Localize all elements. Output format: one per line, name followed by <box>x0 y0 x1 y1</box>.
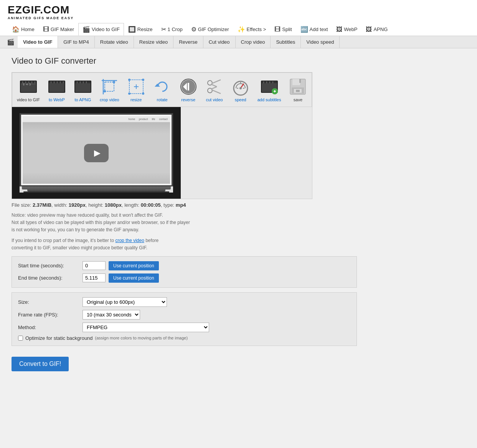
nav-effects[interactable]: ✨ Effects > <box>233 23 271 36</box>
time-form-section: Start time (seconds): Use current positi… <box>12 256 357 288</box>
nav-home[interactable]: 🏠 Home <box>8 23 39 36</box>
nav-video-to-gif[interactable]: 🎬 Video to GIF <box>78 23 124 36</box>
tool-video-to-gif-label: video to GIF <box>17 97 40 102</box>
nav-add-text[interactable]: 🔤 Add text <box>296 23 332 36</box>
svg-rect-70 <box>292 79 300 85</box>
tool-rotate-label: rotate <box>157 97 168 102</box>
tool-save-label: save <box>294 97 302 102</box>
svg-rect-46 <box>188 83 189 91</box>
subnav-rotate-video[interactable]: Rotate video <box>95 36 134 48</box>
nav-resize-label: Resize <box>137 26 153 32</box>
tool-cut-video-label: cut video <box>206 97 223 102</box>
nav-apng[interactable]: 🖼 APNG <box>361 23 392 36</box>
resize-nav-icon: 🔲 <box>128 26 136 33</box>
nav-resize[interactable]: 🔲 Resize <box>124 23 157 36</box>
tool-speed-icon <box>231 77 250 96</box>
svg-rect-11 <box>35 81 35 83</box>
tool-to-apng-label: to APNG <box>75 97 91 102</box>
svg-rect-26 <box>86 81 87 83</box>
notice-line1: Notice: video preview may have reduced q… <box>12 212 357 219</box>
convert-button[interactable]: Convert to GIF! <box>12 357 69 371</box>
laptop-screen-content: home product life contact <box>21 115 172 185</box>
effects-icon: ✨ <box>238 26 245 33</box>
tool-add-subtitles-label: add subtitles <box>257 97 281 102</box>
tool-reverse[interactable]: reverse <box>176 76 201 104</box>
nav-gif-maker[interactable]: 🎞 GIF Maker <box>39 23 78 36</box>
split-icon: 🎞 <box>274 26 281 33</box>
nav-gif-optimizer[interactable]: ⚙ GIF Optimizer <box>187 23 233 36</box>
header: EZGIF.COM ANIMATED GIFS MADE EASY 🏠 Home… <box>0 0 477 36</box>
subnav-resize-video[interactable]: Resize video <box>134 36 173 48</box>
tool-resize-label: resize <box>130 97 142 102</box>
nav-apng-label: APNG <box>373 26 388 32</box>
page-title: Video to GIF converter <box>12 56 357 66</box>
tool-crop-video-label: crop video <box>100 97 119 102</box>
video-to-gif-icon: 🎬 <box>83 26 90 33</box>
svg-point-31 <box>104 90 106 92</box>
tool-speed-label: speed <box>235 97 246 102</box>
nav-webp[interactable]: 🖼 WebP <box>332 23 361 36</box>
optimize-checkbox[interactable] <box>18 336 23 341</box>
nav-split-label: Split <box>282 26 292 32</box>
tool-cut-video[interactable]: cut video <box>202 76 227 104</box>
svg-rect-64 <box>269 81 270 83</box>
gif-optimizer-icon: ⚙ <box>191 26 196 33</box>
screen-nav-links: home product life contact <box>129 118 168 120</box>
subnav-crop-video[interactable]: Crop video <box>236 36 271 48</box>
nav-video-to-gif-label: Video to GIF <box>92 26 120 32</box>
subnav-video-speed[interactable]: Video speed <box>301 36 340 48</box>
tool-video-to-gif[interactable]: 2 4 3 video to GIF <box>14 76 43 104</box>
tool-to-apng[interactable]: to APNG <box>71 76 95 104</box>
svg-rect-62 <box>263 81 264 83</box>
svg-rect-63 <box>266 81 267 83</box>
notice-line5: converting it to GIF, smaller video migh… <box>12 244 357 252</box>
tool-crop-video[interactable]: crop video <box>97 76 122 104</box>
svg-point-36 <box>142 79 144 81</box>
end-time-label: End time (seconds): <box>18 275 79 281</box>
file-type: mp4 <box>176 202 186 208</box>
start-time-label: Start time (seconds): <box>18 263 79 268</box>
end-use-current-btn[interactable]: Use current position <box>109 273 159 283</box>
svg-rect-18 <box>60 81 61 83</box>
size-select[interactable]: Original (up to 600px) 320px 480px 640px… <box>83 297 167 307</box>
optimize-label[interactable]: Optimize for static background <box>25 335 93 341</box>
tool-rotate-icon <box>153 77 172 96</box>
method-select[interactable]: FFMPEG ImageMagick <box>83 323 209 332</box>
laptop-hinge <box>22 186 171 189</box>
webp-icon: 🖼 <box>336 26 342 33</box>
nav-crop[interactable]: ✂ 1 Crop <box>157 23 187 36</box>
subnav-subtitles[interactable]: Subtitles <box>271 36 301 48</box>
tool-add-subtitles[interactable]: add subtitles <box>254 76 284 104</box>
tool-reverse-icon <box>179 77 198 96</box>
subnav-reverse[interactable]: Reverse <box>173 36 203 48</box>
nav-home-label: Home <box>21 26 35 32</box>
end-time-input[interactable] <box>83 273 106 282</box>
crop-video-link[interactable]: crop the video <box>115 238 144 243</box>
screen-navbar: home product life contact <box>23 116 170 122</box>
tool-rotate[interactable]: rotate <box>150 76 175 104</box>
tool-speed[interactable]: speed <box>228 76 253 104</box>
svg-rect-24 <box>80 81 81 83</box>
fps-select[interactable]: 10 (max 30 seconds) 15 20 25 30 <box>83 310 140 320</box>
video-player-container: home product life contact <box>12 107 181 199</box>
main-content: Video to GIF converter 2 4 3 <box>0 48 477 379</box>
end-time-row: End time (seconds): Use current position <box>18 273 350 283</box>
tool-resize[interactable]: resize <box>124 76 149 104</box>
start-use-current-btn[interactable]: Use current position <box>109 261 159 270</box>
svg-rect-9 <box>28 81 29 83</box>
logo-title: EZGIF.COM <box>8 4 469 16</box>
subnav-video-to-gif[interactable]: Video to GIF <box>18 36 58 48</box>
nav-split[interactable]: 🎞 Split <box>270 23 296 36</box>
subnav-gif-to-mp4[interactable]: GIF to MP4 <box>58 36 94 48</box>
start-time-input[interactable] <box>83 261 106 270</box>
subnav-cut-video[interactable]: Cut video <box>203 36 236 48</box>
svg-rect-25 <box>83 81 84 83</box>
svg-point-38 <box>142 92 144 95</box>
play-button[interactable]: ▶ <box>84 144 109 162</box>
main-nav: 🏠 Home 🎞 GIF Maker 🎬 Video to GIF 🔲 Resi… <box>8 23 469 36</box>
svg-rect-16 <box>54 81 54 83</box>
tool-to-webp[interactable]: to WebP <box>45 76 69 104</box>
subnav-camera-icon: 🎬 <box>4 36 18 48</box>
tool-save[interactable]: save <box>286 76 310 104</box>
screen-body: ▶ <box>23 122 170 184</box>
